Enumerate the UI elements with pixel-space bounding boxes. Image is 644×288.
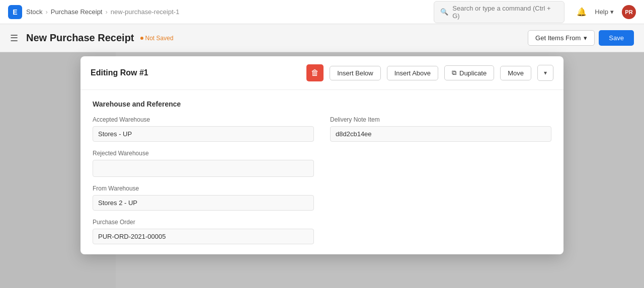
move-button[interactable]: Move: [500, 66, 531, 80]
duplicate-icon: ⧉: [452, 69, 456, 77]
help-button[interactable]: Help ▾: [595, 8, 614, 16]
search-bar[interactable]: 🔍 Search or type a command (Ctrl + G): [434, 1, 565, 23]
save-button[interactable]: Save: [599, 30, 634, 46]
breadcrumb-chevron-1: ›: [46, 8, 48, 16]
modal-header: Editing Row #1 🗑 Insert Below Insert Abo…: [80, 56, 564, 90]
modal-title: Editing Row #1: [91, 68, 300, 77]
rejected-warehouse-input[interactable]: [93, 160, 314, 177]
move-label: Move: [508, 69, 524, 77]
spacer-2: [330, 185, 551, 211]
chevron-down-icon: ▾: [544, 69, 547, 76]
not-saved-label: Not Saved: [145, 35, 174, 42]
spacer-1: [330, 150, 551, 177]
accepted-warehouse-label: Accepted Warehouse: [93, 116, 314, 123]
insert-above-button[interactable]: Insert Above: [387, 66, 438, 80]
warehouse-section-title: Warehouse and Reference: [93, 100, 551, 108]
trash-icon: 🗑: [311, 68, 319, 77]
avatar[interactable]: PR: [622, 5, 636, 19]
get-items-chevron-icon: ▾: [584, 34, 587, 42]
hamburger-menu-icon[interactable]: ☰: [10, 33, 18, 44]
top-nav: E Stock › Purchase Receipt › new-purchas…: [0, 0, 644, 24]
search-placeholder: Search or type a command (Ctrl + G): [452, 5, 558, 20]
edit-row-modal: Editing Row #1 🗑 Insert Below Insert Abo…: [80, 56, 564, 254]
modal-overlay: Editing Row #1 🗑 Insert Below Insert Abo…: [0, 52, 644, 288]
breadcrumb-purchase-receipt[interactable]: Purchase Receipt: [51, 8, 103, 16]
from-warehouse-label: From Warehouse: [93, 185, 314, 192]
delivery-note-item-label: Delivery Note Item: [330, 116, 551, 123]
duplicate-label: Duplicate: [459, 69, 487, 77]
notification-icon[interactable]: 🔔: [577, 7, 587, 17]
modal-body: Warehouse and Reference Accepted Warehou…: [80, 90, 564, 254]
rejected-warehouse-label: Rejected Warehouse: [93, 150, 314, 157]
rejected-warehouse-group: Rejected Warehouse: [93, 150, 314, 177]
insert-below-label: Insert Below: [337, 69, 373, 77]
accepted-warehouse-group: Accepted Warehouse: [93, 116, 314, 142]
delivery-note-item-input[interactable]: [330, 126, 551, 142]
breadcrumb-chevron-2: ›: [105, 8, 107, 16]
insert-above-label: Insert Above: [394, 69, 431, 77]
main-content: Editing Row #1 🗑 Insert Below Insert Abo…: [0, 52, 644, 288]
page-header: ☰ New Purchase Receipt Not Saved Get Ite…: [0, 24, 644, 52]
breadcrumb-current: new-purchase-receipt-1: [111, 8, 180, 16]
search-icon: 🔍: [440, 8, 448, 16]
collapse-button[interactable]: ▾: [537, 65, 553, 81]
purchase-order-label: Purchase Order: [93, 219, 314, 226]
top-nav-right: 🔔 Help ▾ PR: [577, 5, 636, 19]
from-warehouse-group: From Warehouse: [93, 185, 314, 211]
delivery-note-item-group: Delivery Note Item: [330, 116, 551, 142]
get-items-from-button[interactable]: Get Items From ▾: [528, 30, 595, 46]
get-items-label: Get Items From: [535, 34, 581, 42]
header-actions: Get Items From ▾ Save: [528, 30, 634, 46]
from-warehouse-input[interactable]: [93, 195, 314, 211]
delete-row-button[interactable]: 🗑: [306, 64, 324, 81]
page-title: New Purchase Receipt: [26, 32, 134, 44]
breadcrumb: Stock › Purchase Receipt › new-purchase-…: [26, 8, 179, 16]
duplicate-button[interactable]: ⧉ Duplicate: [444, 65, 494, 80]
purchase-order-input[interactable]: [93, 229, 314, 244]
help-chevron-icon: ▾: [610, 8, 614, 16]
not-saved-dot: [140, 37, 143, 40]
accepted-warehouse-input[interactable]: [93, 126, 314, 142]
breadcrumb-stock[interactable]: Stock: [26, 8, 43, 16]
insert-below-button[interactable]: Insert Below: [330, 66, 381, 80]
warehouse-form-grid: Accepted Warehouse Delivery Note Item Re…: [93, 116, 551, 244]
app-logo[interactable]: E: [8, 5, 22, 19]
purchase-order-group: Purchase Order: [93, 219, 314, 244]
help-label: Help: [595, 8, 608, 16]
not-saved-badge: Not Saved: [140, 35, 174, 42]
